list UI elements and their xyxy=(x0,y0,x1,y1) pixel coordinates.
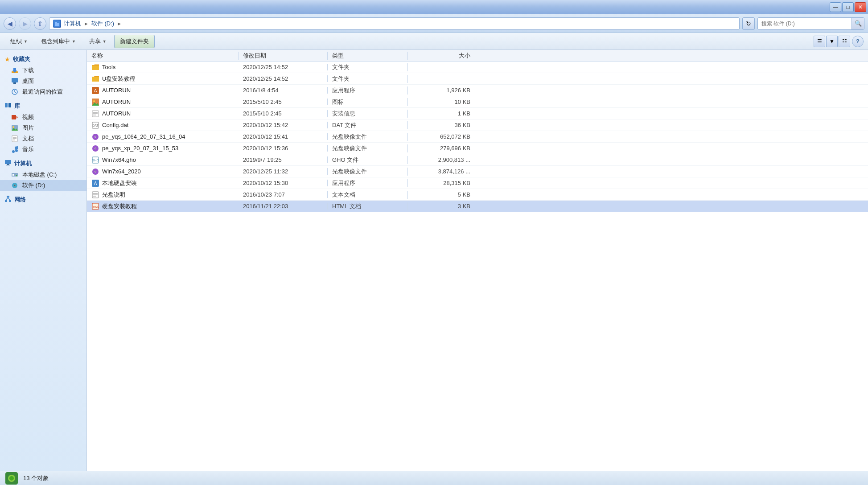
file-name: Win7x64_2020 xyxy=(102,168,141,175)
svg-rect-1 xyxy=(55,23,59,26)
sidebar-item-picture[interactable]: 图片 xyxy=(0,123,86,133)
column-name-header[interactable]: 名称 xyxy=(87,52,239,60)
file-date: 2020/12/25 14:52 xyxy=(239,64,328,70)
recent-icon xyxy=(11,88,19,95)
table-row[interactable]: 光盘说明 2016/10/23 7:07 文本文档 5 KB xyxy=(87,189,868,201)
back-button[interactable]: ◀ xyxy=(4,17,16,30)
table-row[interactable]: GHO Win7x64.gho 2019/9/7 19:25 GHO 文件 2,… xyxy=(87,154,868,166)
view-details-button[interactable]: ☷ xyxy=(839,36,850,47)
organize-button[interactable]: 组织 ▼ xyxy=(4,35,33,48)
close-button[interactable]: ✕ xyxy=(855,2,866,12)
table-row[interactable]: Win7x64_2020 2020/12/25 11:32 光盘映像文件 3,8… xyxy=(87,166,868,177)
music-label: 音乐 xyxy=(22,145,34,153)
path-part-computer[interactable]: 计算机 xyxy=(64,20,81,28)
sidebar-item-local-d[interactable]: 软件 (D:) xyxy=(0,180,86,191)
table-row[interactable]: AUTORUN 2015/5/10 2:45 图标 10 KB xyxy=(87,96,868,108)
file-type: DAT 文件 xyxy=(328,121,408,129)
view-arrow-button[interactable]: ▼ xyxy=(826,36,838,47)
file-icon xyxy=(91,144,99,152)
table-row[interactable]: A 本地硬盘安装 2020/10/12 15:30 应用程序 28,315 KB xyxy=(87,177,868,189)
view-buttons: ☰ ▼ ☷ xyxy=(814,36,850,47)
table-row[interactable]: pe_yqs_xp_20_07_31_15_53 2020/10/12 15:3… xyxy=(87,143,868,154)
address-bar[interactable]: 计算机 ► 软件 (D:) ► xyxy=(49,17,740,30)
minimize-button[interactable]: — xyxy=(830,2,841,12)
document-icon xyxy=(11,135,19,142)
file-size: 3 KB xyxy=(408,203,475,210)
network-header[interactable]: 网络 xyxy=(0,193,86,206)
column-type-header[interactable]: 类型 xyxy=(328,52,408,60)
svg-point-33 xyxy=(14,185,15,186)
file-name: 本地硬盘安装 xyxy=(102,179,137,187)
sidebar-item-document[interactable]: 文档 xyxy=(0,133,86,144)
table-row[interactable]: HTML 硬盘安装教程 2016/11/21 22:03 HTML 文档 3 K… xyxy=(87,201,868,212)
svg-rect-6 xyxy=(12,78,18,82)
svg-rect-12 xyxy=(5,103,8,107)
file-name: pe_yqs_xp_20_07_31_15_53 xyxy=(102,145,178,152)
file-date: 2016/1/8 4:54 xyxy=(239,87,328,94)
path-sep-2: ► xyxy=(117,21,122,26)
navigation-bar: ◀ ▶ ⇧ 计算机 ► 软件 (D:) ► ↻ 🔍 xyxy=(0,14,868,33)
search-button[interactable]: 🔍 xyxy=(852,18,864,29)
svg-point-42 xyxy=(93,100,95,102)
desktop-label: 桌面 xyxy=(22,77,34,85)
file-icon xyxy=(91,191,99,199)
table-row[interactable]: A AUTORUN 2016/1/8 4:54 应用程序 1,926 KB xyxy=(87,85,868,96)
file-icon xyxy=(91,98,99,106)
sidebar-item-local-c[interactable]: 本地磁盘 (C:) xyxy=(0,169,86,180)
path-sep-1: ► xyxy=(84,21,89,26)
favorites-section: ★ 收藏夹 下载 桌面 最近访问的位置 xyxy=(0,53,86,97)
help-button[interactable]: ? xyxy=(852,36,864,47)
video-icon xyxy=(11,114,19,121)
sidebar-item-recent[interactable]: 最近访问的位置 xyxy=(0,86,86,97)
column-size-header[interactable]: 大小 xyxy=(408,52,475,60)
search-box[interactable]: 🔍 xyxy=(757,17,864,30)
sidebar: ★ 收藏夹 下载 桌面 最近访问的位置 xyxy=(0,50,87,471)
table-row[interactable]: Tools 2020/12/25 14:52 文件夹 xyxy=(87,62,868,73)
download-icon xyxy=(11,67,19,74)
table-row[interactable]: pe_yqs_1064_20_07_31_16_04 2020/10/12 15… xyxy=(87,131,868,143)
svg-rect-29 xyxy=(12,174,14,176)
file-icon: DAT xyxy=(91,121,99,129)
file-icon xyxy=(91,168,99,176)
file-list-header: 名称 修改日期 类型 大小 xyxy=(87,50,868,62)
network-label: 网络 xyxy=(14,196,26,204)
share-button[interactable]: 共享 ▼ xyxy=(83,35,112,48)
table-row[interactable]: U盘安装教程 2020/12/25 14:52 文件夹 xyxy=(87,73,868,85)
add-to-library-button[interactable]: 包含到库中 ▼ xyxy=(35,35,82,48)
sidebar-item-video[interactable]: 视频 xyxy=(0,112,86,123)
forward-button[interactable]: ▶ xyxy=(19,17,31,30)
svg-rect-4 xyxy=(13,68,16,70)
file-type: 安装信息 xyxy=(328,110,408,118)
local-d-icon xyxy=(11,182,19,189)
file-size: 10 KB xyxy=(408,99,475,105)
column-date-header[interactable]: 修改日期 xyxy=(239,52,328,60)
sidebar-item-download[interactable]: 下载 xyxy=(0,65,86,76)
svg-rect-26 xyxy=(7,164,9,165)
status-app-icon xyxy=(5,472,18,485)
file-date: 2020/12/25 14:52 xyxy=(239,75,328,82)
search-input[interactable] xyxy=(758,21,852,27)
file-name: AUTORUN xyxy=(102,99,131,105)
new-folder-button[interactable]: 新建文件夹 xyxy=(114,35,155,48)
computer-icon xyxy=(4,159,12,168)
view-toggle-button[interactable]: ☰ xyxy=(814,36,825,47)
maximize-button[interactable]: □ xyxy=(842,2,854,12)
file-date: 2020/10/12 15:30 xyxy=(239,180,328,186)
path-part-drive[interactable]: 软件 (D:) xyxy=(91,20,114,28)
svg-line-11 xyxy=(15,92,16,93)
window-controls: — □ ✕ xyxy=(830,2,866,12)
favorites-header[interactable]: ★ 收藏夹 xyxy=(0,53,86,65)
svg-rect-27 xyxy=(6,165,10,165)
refresh-button[interactable]: ↻ xyxy=(742,17,755,30)
library-header[interactable]: 库 xyxy=(0,100,86,112)
file-size: 652,072 KB xyxy=(408,133,475,140)
table-row[interactable]: DAT Config.dat 2020/10/12 15:42 DAT 文件 3… xyxy=(87,119,868,131)
file-date: 2015/5/10 2:45 xyxy=(239,110,328,117)
file-type: 应用程序 xyxy=(328,179,408,187)
sidebar-item-music[interactable]: 音乐 xyxy=(0,144,86,155)
table-row[interactable]: AUTORUN 2015/5/10 2:45 安装信息 1 KB xyxy=(87,108,868,119)
computer-header[interactable]: 计算机 xyxy=(0,157,86,169)
sidebar-item-desktop[interactable]: 桌面 xyxy=(0,76,86,86)
up-button[interactable]: ⇧ xyxy=(34,17,46,30)
local-d-label: 软件 (D:) xyxy=(22,181,45,189)
